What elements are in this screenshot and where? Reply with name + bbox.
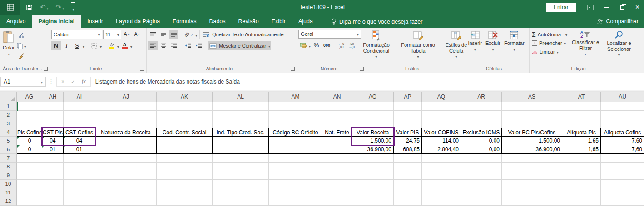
- cell-AU11[interactable]: [601, 188, 644, 197]
- cell-AH9[interactable]: [42, 171, 64, 180]
- column-header-AG[interactable]: AG: [17, 92, 42, 102]
- cell-AG2[interactable]: [17, 111, 42, 119]
- cell-AI5[interactable]: 04: [64, 137, 95, 145]
- align-right-button[interactable]: [169, 41, 178, 50]
- tab-pagina-inicial[interactable]: Página Inicial: [32, 15, 81, 28]
- cell-AL10[interactable]: [213, 180, 269, 188]
- cell-AS4[interactable]: Valor BC Pis/Cofins: [502, 128, 562, 137]
- cell-AT3[interactable]: [562, 119, 601, 128]
- cell-AU5[interactable]: 7,60: [601, 137, 644, 145]
- cell-AN6[interactable]: [322, 145, 352, 154]
- minimize-button[interactable]: [604, 7, 609, 8]
- cell-AL7[interactable]: [213, 154, 269, 163]
- autosum-button[interactable]: ΣAutoSoma: [531, 30, 568, 39]
- cell-AO9[interactable]: [352, 171, 394, 180]
- cell-AT8[interactable]: [562, 163, 601, 171]
- cell-AS7[interactable]: [502, 154, 562, 163]
- cell-AQ9[interactable]: [422, 171, 461, 180]
- row-header-7[interactable]: 7: [0, 154, 17, 163]
- cell-AK11[interactable]: [157, 188, 213, 197]
- copy-button[interactable]: [16, 41, 27, 50]
- font-color-button[interactable]: A: [120, 41, 129, 50]
- cell-AP10[interactable]: [394, 180, 422, 188]
- insert-cells-button[interactable]: Inserir: [466, 30, 483, 53]
- font-family-select[interactable]: Calibri: [51, 30, 102, 39]
- cell-AJ1[interactable]: [95, 102, 157, 111]
- row-header-1[interactable]: 1: [0, 102, 17, 111]
- row-header-3[interactable]: 3: [0, 119, 17, 128]
- tell-me-box[interactable]: Diga-me o que você deseja fazer: [331, 15, 422, 28]
- cell-AI7[interactable]: [64, 154, 95, 163]
- cell-AN2[interactable]: [322, 111, 352, 119]
- align-center-button[interactable]: [159, 41, 168, 50]
- cell-AS9[interactable]: [502, 171, 562, 180]
- cell-AQ8[interactable]: [422, 163, 461, 171]
- cell-AH3[interactable]: [42, 119, 64, 128]
- cell-AL11[interactable]: [213, 188, 269, 197]
- cell-AK10[interactable]: [157, 180, 213, 188]
- cell-AU9[interactable]: [601, 171, 644, 180]
- cell-AO1[interactable]: [352, 102, 394, 111]
- cell-AL2[interactable]: [213, 111, 269, 119]
- undo-button[interactable]: ↶: [40, 3, 49, 11]
- cell-AJ4[interactable]: Natureza da Receita: [95, 128, 157, 137]
- cell-AU10[interactable]: [601, 180, 644, 188]
- cell-AS11[interactable]: [502, 188, 562, 197]
- fill-color-button[interactable]: [107, 41, 116, 50]
- cell-AJ9[interactable]: [95, 171, 157, 180]
- cell-AM8[interactable]: [269, 163, 322, 171]
- cell-AH8[interactable]: [42, 163, 64, 171]
- cell-AL6[interactable]: [213, 145, 269, 154]
- row-header-9[interactable]: 9: [0, 171, 17, 180]
- cell-AT10[interactable]: [562, 180, 601, 188]
- cell-AM11[interactable]: [269, 188, 322, 197]
- cell-AO11[interactable]: [352, 188, 394, 197]
- chevron-down-icon[interactable]: [130, 42, 132, 50]
- cell-AH1[interactable]: [42, 102, 64, 111]
- cell-AT2[interactable]: [562, 111, 601, 119]
- cell-AM1[interactable]: [269, 102, 322, 111]
- tab-inserir[interactable]: Inserir: [81, 15, 109, 28]
- customize-quick-access-button[interactable]: [71, 2, 75, 13]
- cell-AN10[interactable]: [322, 180, 352, 188]
- cell-AK4[interactable]: Cod. Contr. Social: [157, 128, 213, 137]
- confirm-entry-button[interactable]: ✓: [71, 79, 75, 85]
- row-header-8[interactable]: 8: [0, 163, 17, 171]
- row-header-11[interactable]: 11: [0, 188, 17, 197]
- cell-AG10[interactable]: [17, 180, 42, 188]
- sign-in-button[interactable]: Entrar: [546, 3, 576, 12]
- cell-AU7[interactable]: [601, 154, 644, 163]
- cell-AM2[interactable]: [269, 111, 322, 119]
- chevron-down-icon[interactable]: [100, 42, 102, 50]
- select-all-corner[interactable]: [0, 92, 17, 102]
- row-header-2[interactable]: 2: [0, 111, 17, 119]
- cell-AH7[interactable]: [42, 154, 64, 163]
- cell-AU8[interactable]: [601, 163, 644, 171]
- column-header-AR[interactable]: AR: [461, 92, 502, 102]
- align-left-button[interactable]: [148, 41, 158, 50]
- cell-AG9[interactable]: [17, 171, 42, 180]
- column-header-AP[interactable]: AP: [394, 92, 422, 102]
- cell-AQ1[interactable]: [422, 102, 461, 111]
- cell-AI8[interactable]: [64, 163, 95, 171]
- align-middle-button[interactable]: [159, 30, 168, 39]
- borders-button[interactable]: [89, 41, 99, 50]
- excel-app-icon[interactable]: [0, 0, 20, 15]
- cell-AO2[interactable]: [352, 111, 394, 119]
- cell-AH10[interactable]: [42, 180, 64, 188]
- cell-AR3[interactable]: [461, 119, 502, 128]
- cell-AG8[interactable]: [17, 163, 42, 171]
- cell-AP5[interactable]: 24,75: [394, 137, 422, 145]
- alignment-dialog-launcher[interactable]: [291, 67, 295, 71]
- cell-AL3[interactable]: [213, 119, 269, 128]
- column-header-AO[interactable]: AO: [352, 92, 394, 102]
- cell-AL1[interactable]: [213, 102, 269, 111]
- cell-AT7[interactable]: [562, 154, 601, 163]
- cell-AO6[interactable]: 36.900,00: [352, 145, 394, 154]
- percent-style-button[interactable]: %: [312, 40, 321, 50]
- cell-AM12[interactable]: [269, 197, 322, 206]
- cell-AN3[interactable]: [322, 119, 352, 128]
- cell-AM5[interactable]: [269, 137, 322, 145]
- italic-button[interactable]: I: [62, 41, 71, 50]
- cell-AN4[interactable]: Nat. Frete: [322, 128, 352, 137]
